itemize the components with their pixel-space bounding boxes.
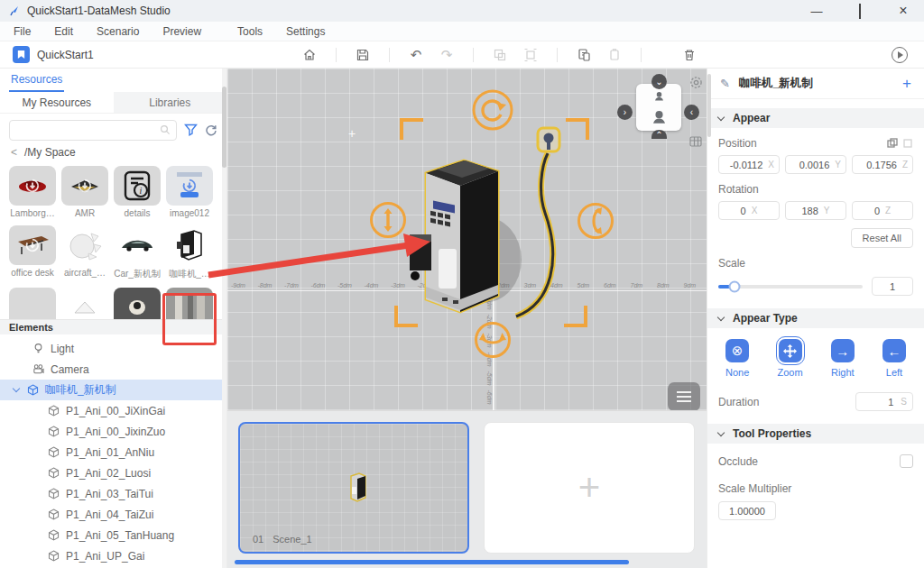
chevron-down-icon[interactable] xyxy=(13,385,20,392)
menu-tools[interactable]: Tools xyxy=(237,25,263,38)
rotate-gizmo-right[interactable] xyxy=(577,202,614,240)
tab-my-resources[interactable]: My Resources xyxy=(0,92,114,113)
undo-button[interactable]: ↶ xyxy=(406,45,426,65)
minimize-button[interactable]: — xyxy=(810,5,823,18)
left-panel-scrollbar[interactable] xyxy=(222,69,226,568)
tree-item-p1-ani-03-taitui[interactable]: P1_Ani_03_TaiTui xyxy=(0,483,226,504)
menu-scenario[interactable]: Scenario xyxy=(97,25,139,38)
orbit-right-button[interactable]: ‹ xyxy=(684,105,699,120)
duration-input[interactable]: 1 S xyxy=(855,392,913,411)
zoom-icon[interactable] xyxy=(779,339,802,362)
add-property-button[interactable]: + xyxy=(902,75,911,93)
asset-aircraft[interactable]: aircraft_… xyxy=(61,225,108,280)
tree-item-p1-ani-00-jixinzuo[interactable]: P1_Ani_00_JixinZuo xyxy=(0,421,226,442)
rotation-z-input[interactable]: 0 Z xyxy=(852,201,913,220)
scale-value-input[interactable]: 1 xyxy=(872,277,913,296)
orbit-left-button[interactable]: › xyxy=(617,105,633,120)
orbit-up-button[interactable]: ⌃ xyxy=(651,130,667,139)
rename-icon[interactable]: ✎ xyxy=(720,77,730,90)
breadcrumb[interactable]: < /My Space xyxy=(0,144,226,160)
link-transform-icon[interactable] xyxy=(887,138,898,149)
scale-slider[interactable] xyxy=(718,285,863,289)
search-input[interactable] xyxy=(9,120,177,141)
tree-item-p1-ani-up-gai[interactable]: P1_Ani_UP_Gai xyxy=(0,545,226,566)
menu-file[interactable]: File xyxy=(14,25,31,38)
scene-card-1[interactable]: 01 Scene_1 xyxy=(238,422,469,554)
asset-car[interactable]: Car_新机制 xyxy=(114,225,161,280)
orbit-down-button[interactable]: ⌄ xyxy=(651,74,667,89)
scene-strip-scrollbar[interactable] xyxy=(235,560,629,564)
asset-partial[interactable] xyxy=(114,288,161,319)
project-badge[interactable]: QuickStart1 xyxy=(0,46,227,63)
filter-icon[interactable] xyxy=(184,124,198,137)
scale-multiplier-input[interactable]: 1.00000 xyxy=(718,501,776,520)
viewport-3d[interactable]: + -9dm-8dm-7dm-6dm-5dm-4dm-3dm-2dm-1dm1d… xyxy=(227,69,707,410)
rotation-x-input[interactable]: 0 X xyxy=(718,201,780,220)
asset-partial[interactable] xyxy=(9,288,56,319)
tree-item-coffee-machine[interactable]: 咖啡机_新机制 xyxy=(0,380,226,400)
tree-item-p1-ani-00-jixingai[interactable]: P1_Ani_00_JiXinGai xyxy=(0,400,226,421)
cube-icon xyxy=(48,426,60,437)
viewport-settings-icon[interactable] xyxy=(688,74,704,90)
position-z-input[interactable]: 0.1756 Z xyxy=(852,155,913,174)
plug-handle[interactable] xyxy=(536,126,561,153)
none-icon[interactable]: ⊗ xyxy=(725,339,749,362)
tree-item-light[interactable]: Light xyxy=(0,338,226,359)
navigation-cube[interactable] xyxy=(636,84,681,131)
asset-image012[interactable]: image012 xyxy=(166,166,213,218)
asset-partial[interactable] xyxy=(61,288,108,319)
maximize-button[interactable] xyxy=(854,5,866,18)
appear-type-right[interactable]: → Right xyxy=(831,339,855,378)
delete-button[interactable] xyxy=(679,45,699,65)
asset-details[interactable]: i details xyxy=(114,166,161,218)
home-button[interactable] xyxy=(300,45,319,65)
section-appear[interactable]: Appear xyxy=(707,108,924,128)
copy-button[interactable] xyxy=(574,45,594,65)
menu-settings[interactable]: Settings xyxy=(286,25,325,38)
inspector-scrollbar[interactable] xyxy=(707,74,711,137)
section-tool-properties[interactable]: Tool Properties xyxy=(707,424,924,444)
menu-edit[interactable]: Edit xyxy=(54,25,73,38)
save-button[interactable] xyxy=(353,45,373,65)
appear-type-left[interactable]: ← Left xyxy=(882,339,906,378)
occlude-checkbox[interactable] xyxy=(900,454,913,468)
move-gizmo-left[interactable] xyxy=(369,201,407,239)
resources-panel: Resources My Resources Libraries < /My S… xyxy=(0,69,227,568)
asset-coffee-machine[interactable]: 咖啡机_… xyxy=(166,225,213,280)
toolbar-separator xyxy=(389,48,390,62)
rotation-y-input[interactable]: 188 Y xyxy=(785,201,846,220)
preview-play-button[interactable] xyxy=(892,47,908,63)
scene-index: 01 xyxy=(253,534,263,545)
viewport-list-button[interactable] xyxy=(668,382,700,410)
tree-item-p1-ani-02-luosi[interactable]: P1_Ani_02_Luosi xyxy=(0,463,226,483)
grid-origin-marker: + xyxy=(348,126,356,141)
tree-item-p1-ani-05-tanhuang[interactable]: P1_Ani_05_TanHuang xyxy=(0,525,226,545)
back-icon[interactable]: < xyxy=(11,146,17,159)
asset-partial[interactable] xyxy=(166,288,213,319)
close-button[interactable]: × xyxy=(897,3,910,19)
tree-item-p1-ani-01-anniu[interactable]: P1_Ani_01_AnNiu xyxy=(0,442,226,463)
grid-view-icon[interactable] xyxy=(688,133,704,150)
tree-item-p1-ani-04-taizui[interactable]: P1_Ani_04_TaiZui xyxy=(0,504,226,525)
section-appear-type[interactable]: Appear Type xyxy=(707,308,924,328)
arrow-right-icon[interactable]: → xyxy=(831,339,855,362)
appear-type-none[interactable]: ⊗ None xyxy=(725,339,749,378)
reset-all-button[interactable]: Reset All xyxy=(851,228,913,248)
asset-lamborghini[interactable]: Lamborg… xyxy=(9,166,56,218)
position-x-input[interactable]: -0.0112 X xyxy=(718,155,780,174)
tab-resources[interactable]: Resources xyxy=(9,69,64,92)
rotate-gizmo-bottom[interactable] xyxy=(474,321,512,359)
tab-libraries[interactable]: Libraries xyxy=(114,92,227,113)
slider-knob[interactable] xyxy=(728,280,740,292)
arrow-left-icon[interactable]: ← xyxy=(882,339,906,362)
asset-office-desk[interactable]: office desk xyxy=(9,225,56,280)
refresh-icon[interactable] xyxy=(205,124,217,136)
tree-item-camera[interactable]: Camera xyxy=(0,359,226,380)
menu-preview[interactable]: Preview xyxy=(162,25,201,38)
add-scene-button[interactable]: + xyxy=(484,422,695,554)
position-y-input[interactable]: 0.0016 Y xyxy=(785,155,846,174)
ruler-x-label: -3dm xyxy=(391,282,405,289)
appear-type-zoom[interactable]: Zoom xyxy=(777,339,802,378)
asset-amr[interactable]: AMR xyxy=(61,166,108,218)
copy-transform-icon[interactable] xyxy=(902,138,913,149)
